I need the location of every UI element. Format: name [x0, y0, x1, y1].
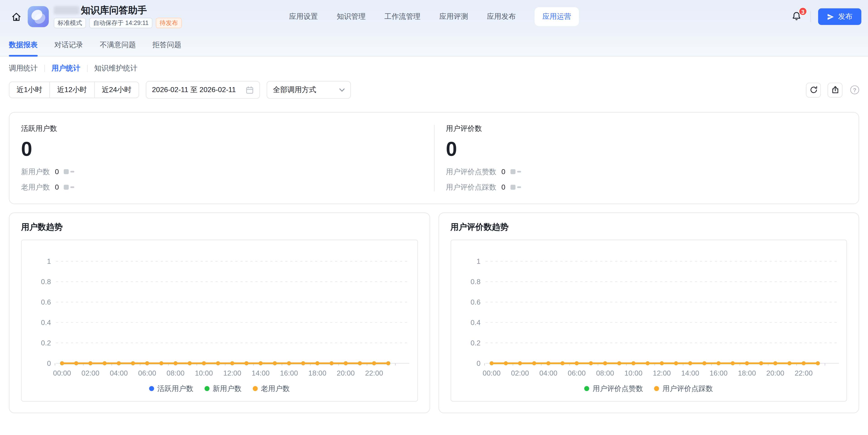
legend-label: 活跃用户数	[157, 383, 193, 394]
time-range-24h-button[interactable]: 近24小时	[94, 82, 139, 98]
svg-text:0.4: 0.4	[470, 318, 480, 326]
trend-flat-icon	[510, 185, 521, 190]
subtab-knowledge-maintenance-stats[interactable]: 知识维护统计	[94, 63, 137, 73]
svg-text:00:00: 00:00	[53, 369, 71, 377]
call-type-select[interactable]: 全部调用方式	[267, 81, 351, 99]
tab-unsatisfied-questions[interactable]: 不满意问题	[100, 33, 136, 56]
export-button[interactable]	[828, 82, 842, 97]
svg-text:18:00: 18:00	[308, 369, 327, 377]
svg-text:0.2: 0.2	[41, 339, 51, 347]
nav-item-app-settings[interactable]: 应用设置	[289, 11, 318, 22]
legend-item[interactable]: 老用户数	[253, 383, 290, 394]
notification-count-badge: 3	[799, 7, 807, 16]
time-range-1h-button[interactable]: 近1小时	[9, 82, 50, 98]
autosave-badge: 自动保存于 14:29:11	[89, 18, 153, 28]
publish-button[interactable]: 发布	[818, 8, 861, 25]
legend-label: 新用户数	[213, 383, 242, 394]
subtab-call-stats[interactable]: 调用统计	[9, 63, 38, 73]
tab-conversation-log[interactable]: 对话记录	[54, 33, 83, 56]
trend-flat-icon	[64, 169, 74, 174]
time-range-group: 近1小时 近12小时 近24小时	[9, 82, 139, 98]
legend-dot-icon	[205, 386, 209, 391]
legend-dot-icon	[149, 386, 154, 391]
rating-trend-chart-legend: 用户评价点赞数用户评价点踩数	[451, 378, 846, 400]
tab-data-report[interactable]: 数据报表	[9, 33, 38, 56]
nav-item-workflow-mgmt[interactable]: 工作流管理	[384, 11, 421, 22]
svg-text:20:00: 20:00	[337, 369, 355, 377]
svg-text:06:00: 06:00	[138, 369, 156, 377]
old-users-value: 0	[55, 183, 59, 192]
svg-text:08:00: 08:00	[596, 369, 614, 377]
svg-text:04:00: 04:00	[539, 369, 557, 377]
subtab-user-stats[interactable]: 用户统计	[52, 63, 80, 73]
legend-item[interactable]: 新用户数	[205, 383, 242, 394]
legend-label: 用户评价点赞数	[593, 383, 643, 394]
new-users-row: 新用户数 0	[21, 167, 422, 177]
rating-trend-chart-panel[interactable]: 00.20.40.60.8100:0002:0004:0006:0008:001…	[450, 239, 847, 401]
nav-item-knowledge-mgmt[interactable]: 知识管理	[337, 11, 366, 22]
svg-text:20:00: 20:00	[766, 369, 784, 377]
nav-item-app-operations[interactable]: 应用运营	[535, 7, 579, 26]
svg-text:12:00: 12:00	[652, 369, 671, 377]
app-title-block: 知识库问答助手 标准模式 自动保存于 14:29:11 待发布	[54, 5, 182, 28]
subtab-divider	[87, 65, 88, 72]
svg-text:18:00: 18:00	[738, 369, 756, 377]
trend-flat-icon	[510, 169, 521, 174]
rating-trend-line-chart[interactable]: 00.20.40.60.8100:0002:0004:0006:0008:001…	[451, 240, 846, 378]
svg-text:1: 1	[47, 257, 51, 265]
app-window: 知识库问答助手 标准模式 自动保存于 14:29:11 待发布 应用设置 知识管…	[0, 0, 868, 435]
tab-rejected-questions[interactable]: 拒答问题	[153, 33, 181, 56]
svg-text:14:00: 14:00	[252, 369, 270, 377]
refresh-button[interactable]	[806, 82, 821, 97]
notifications-button[interactable]: 3	[790, 10, 803, 23]
svg-text:16:00: 16:00	[709, 369, 727, 377]
help-button[interactable]: ?	[850, 86, 859, 94]
svg-text:22:00: 22:00	[794, 369, 812, 377]
old-users-row: 老用户数 0	[21, 182, 422, 192]
call-type-value: 全部调用方式	[273, 85, 316, 95]
calendar-icon	[246, 86, 254, 94]
svg-text:08:00: 08:00	[166, 369, 185, 377]
active-users-section: 活跃用户数 0 新用户数 0 老用户数 0	[9, 122, 434, 195]
user-trend-chart-title: 用户数趋势	[21, 222, 418, 232]
old-users-label: 老用户数	[21, 182, 50, 192]
user-trend-chart-card: 用户数趋势 00.20.40.60.8100:0002:0004:0006:00…	[9, 212, 430, 413]
rating-trend-chart-title: 用户评价数趋势	[450, 222, 847, 232]
svg-text:0.2: 0.2	[470, 339, 480, 347]
user-trend-chart-legend: 活跃用户数新用户数老用户数	[22, 378, 417, 400]
legend-dot-icon	[584, 386, 589, 391]
legend-item[interactable]: 活跃用户数	[149, 383, 193, 394]
redacted-app-name-prefix	[54, 6, 79, 15]
app-logo	[28, 6, 49, 27]
rating-trend-chart-card: 用户评价数趋势 00.20.40.60.8100:0002:0004:0006:…	[438, 212, 859, 413]
svg-text:12:00: 12:00	[223, 369, 241, 377]
nav-item-app-publish[interactable]: 应用发布	[487, 11, 516, 22]
home-button[interactable]	[7, 7, 25, 26]
new-users-value: 0	[55, 168, 59, 176]
svg-text:0.8: 0.8	[41, 278, 51, 286]
user-ratings-title: 用户评价数	[446, 124, 847, 134]
user-ratings-value: 0	[446, 138, 847, 160]
user-trend-line-chart[interactable]: 00.20.40.60.8100:0002:0004:0006:0008:001…	[22, 240, 417, 378]
svg-text:04:00: 04:00	[110, 369, 128, 377]
active-users-title: 活跃用户数	[21, 124, 422, 134]
nav-item-app-eval[interactable]: 应用评测	[439, 11, 468, 22]
app-title: 知识库问答助手	[81, 5, 147, 16]
top-header-area: 知识库问答助手 标准模式 自动保存于 14:29:11 待发布 应用设置 知识管…	[0, 0, 868, 56]
likes-label: 用户评价点赞数	[446, 167, 497, 177]
export-icon	[831, 86, 839, 94]
user-trend-chart-panel[interactable]: 00.20.40.60.8100:0002:0004:0006:0008:001…	[21, 239, 418, 401]
header-right: 3 发布	[790, 8, 861, 25]
svg-text:02:00: 02:00	[510, 369, 529, 377]
dislikes-value: 0	[501, 183, 505, 192]
svg-text:10:00: 10:00	[195, 369, 213, 377]
legend-label: 老用户数	[261, 383, 290, 394]
publish-button-label: 发布	[838, 11, 852, 22]
date-range-value: 2026-02-11 至 2026-02-11	[152, 85, 236, 95]
active-users-value: 0	[21, 138, 422, 160]
svg-text:00:00: 00:00	[482, 369, 500, 377]
time-range-12h-button[interactable]: 近12小时	[50, 82, 94, 98]
legend-item[interactable]: 用户评价点踩数	[654, 383, 713, 394]
legend-item[interactable]: 用户评价点赞数	[584, 383, 643, 394]
date-range-picker[interactable]: 2026-02-11 至 2026-02-11	[146, 81, 260, 99]
